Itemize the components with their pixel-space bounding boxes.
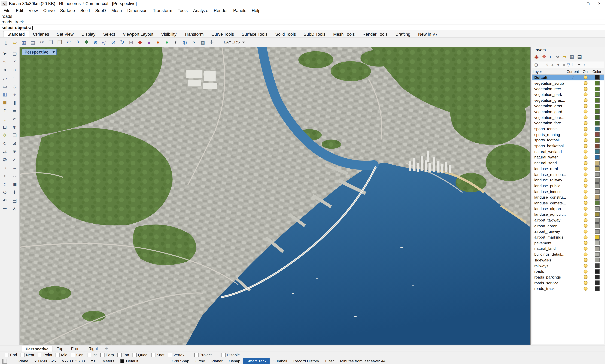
layer-on-bulb-icon[interactable]	[584, 156, 588, 159]
toolbar-tab[interactable]: Select	[99, 31, 119, 37]
layer-row[interactable]: buildings_detail...	[532, 251, 604, 257]
layer-on-bulb-icon[interactable]	[584, 81, 588, 85]
panel-tab-libraries[interactable]: ▱	[562, 54, 566, 60]
grid-pointer-icon[interactable]: ▦	[198, 38, 207, 46]
toolbar-tab[interactable]: Transform	[180, 31, 207, 37]
layer-color-swatch[interactable]	[595, 75, 600, 80]
layer-icon[interactable]: ▤	[10, 197, 19, 204]
layer-row[interactable]: airport_taxiway	[532, 217, 604, 223]
layer-row[interactable]: vegetation_fore...	[532, 115, 604, 120]
trim-icon[interactable]: ✂	[10, 115, 19, 122]
toolbar-tab[interactable]: Drafting	[392, 31, 414, 37]
arc-icon[interactable]: ◡	[0, 75, 10, 81]
layer-on-bulb-icon[interactable]	[584, 76, 588, 79]
shaded-sphere-icon[interactable]: ●	[162, 38, 171, 46]
status-pane-icon[interactable]	[2, 359, 7, 364]
layer-settings-icon[interactable]: ✦	[577, 63, 581, 67]
layer-on-bulb-icon[interactable]	[584, 110, 588, 114]
layer-row[interactable]: pavement	[532, 240, 604, 246]
osnap-toggle[interactable]: Disable	[221, 353, 240, 357]
osnap-toggle[interactable]: End	[5, 353, 17, 357]
layer-on-bulb-icon[interactable]	[584, 230, 588, 234]
status-item[interactable]: Filter	[322, 358, 337, 364]
layer-on-bulb-icon[interactable]	[584, 127, 588, 131]
osnap-toggle[interactable]: Knot	[151, 353, 165, 357]
layer-on-bulb-icon[interactable]	[584, 241, 588, 245]
toolbar-tab[interactable]: Set View	[53, 31, 77, 37]
layer-color-swatch[interactable]	[595, 275, 600, 280]
panel-tab-display[interactable]: ◐	[549, 54, 552, 60]
circle-icon[interactable]: ○	[10, 66, 19, 73]
move-layer-down-icon[interactable]: ▼	[556, 63, 560, 67]
layer-on-bulb-icon[interactable]	[584, 252, 588, 256]
layer-color-swatch[interactable]	[595, 109, 600, 114]
menu-item[interactable]: Mesh	[109, 8, 125, 13]
new-viewport-tab-icon[interactable]: ✛	[104, 346, 108, 351]
move-layer-up-icon[interactable]: ▲	[551, 63, 554, 67]
menu-item[interactable]: Surface	[57, 8, 77, 13]
menu-item[interactable]: File	[1, 8, 13, 13]
layer-color-swatch[interactable]	[595, 149, 600, 154]
toolbar-tab[interactable]: Render Tools	[359, 31, 392, 37]
curve-icon[interactable]: ∿	[0, 58, 10, 65]
layer-row[interactable]: airport_runway	[532, 229, 604, 234]
osnap-toggle[interactable]: Tan	[117, 353, 129, 357]
layer-row[interactable]: sports_running	[532, 132, 604, 137]
undo-icon[interactable]: ↶	[64, 38, 73, 46]
toolbar-tab[interactable]: Viewport Layout	[119, 31, 157, 37]
layer-on-bulb-icon[interactable]	[584, 116, 588, 119]
freeform-curve-icon[interactable]: ≈	[0, 66, 10, 73]
render-vehicle-icon[interactable]: ◆	[136, 38, 145, 46]
sphere-icon[interactable]: ●	[10, 91, 19, 97]
layer-color-swatch[interactable]	[595, 229, 600, 234]
zoom-extents-icon[interactable]: ◎	[100, 38, 109, 46]
layer-row[interactable]: roads	[532, 269, 604, 274]
checkbox-icon[interactable]	[100, 353, 104, 357]
osnap-toggle[interactable]: Near	[21, 353, 34, 357]
layer-row[interactable]: roads_track	[532, 286, 604, 291]
orient-icon[interactable]: ∠	[10, 156, 19, 163]
viewport-tab[interactable]: Top	[53, 346, 67, 351]
cut-icon[interactable]: ✂	[37, 38, 46, 46]
status-item[interactable]: Grid Snap	[168, 358, 192, 364]
rotate-icon[interactable]: ↻	[0, 140, 10, 146]
layer-on-bulb-icon[interactable]	[584, 104, 588, 108]
split-icon[interactable]: ⊟	[0, 124, 10, 130]
layer-on-bulb-icon[interactable]	[584, 92, 588, 97]
layer-on-bulb-icon[interactable]	[584, 98, 588, 102]
grid-toggle-icon[interactable]: ⊞	[127, 38, 136, 46]
boolean-union-icon[interactable]: ∪	[0, 164, 10, 171]
redo-icon[interactable]: ↷	[73, 38, 82, 46]
match-layer-icon[interactable]: ❐	[572, 63, 576, 67]
points-on-icon[interactable]: ∷	[10, 172, 19, 179]
layer-row[interactable]: landuse_railway	[532, 177, 604, 183]
checkbox-icon[interactable]	[38, 353, 42, 357]
status-item[interactable]: Record History	[290, 358, 322, 364]
layer-color-swatch[interactable]	[595, 195, 600, 200]
layer-color-swatch[interactable]	[595, 218, 600, 222]
layer-color-swatch[interactable]	[595, 269, 600, 274]
panel-tab-layers[interactable]: ▤	[577, 54, 582, 60]
material-sphere-icon[interactable]: ●	[154, 38, 162, 46]
menu-item[interactable]: Tools	[175, 8, 190, 13]
layer-row[interactable]: vegetation_gras...	[532, 103, 604, 109]
snap-settings-icon[interactable]: ✛	[207, 38, 216, 46]
new-layer-icon[interactable]: ▢	[534, 63, 538, 67]
layer-row[interactable]: sports_football	[532, 137, 604, 143]
layer-color-swatch[interactable]	[595, 252, 600, 257]
layer-on-bulb-icon[interactable]	[584, 138, 588, 142]
toolbar-tab[interactable]: Standard	[3, 31, 29, 37]
layer-current-check[interactable]	[571, 75, 575, 80]
menu-item[interactable]: View	[26, 8, 41, 13]
checkbox-icon[interactable]	[5, 353, 9, 357]
layer-row[interactable]: natural_sand	[532, 160, 604, 166]
layer-color-swatch[interactable]	[595, 212, 600, 217]
column-header-layer[interactable]: Layer	[533, 69, 566, 74]
viewport-tab[interactable]: Perspective	[22, 346, 52, 351]
osnap-toggle[interactable]: Cen	[71, 353, 84, 357]
checkbox-icon[interactable]	[133, 353, 137, 357]
panel-tab-rendering[interactable]: ▦	[569, 54, 574, 60]
layer-on-bulb-icon[interactable]	[584, 121, 588, 125]
layer-row[interactable]: natural_wetland	[532, 149, 604, 155]
toolbar-tab[interactable]: Mesh Tools	[329, 31, 359, 37]
